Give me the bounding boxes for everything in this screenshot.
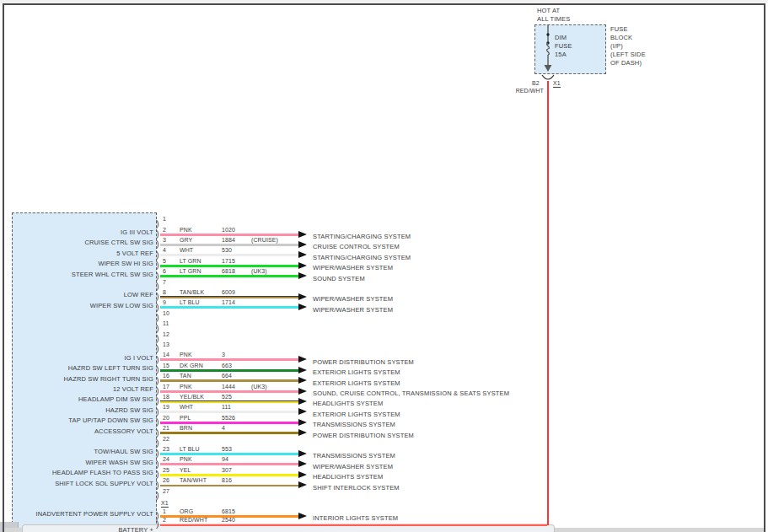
wire-color-name: YEL [180,467,191,474]
system-destination-label: HEADLIGHTS SYSTEM [313,473,383,481]
fuse-block-callout-line4: (LEFT SIDE [610,51,646,58]
wire-circuit-number: 553 [222,446,232,453]
pin-number: 8 [163,289,166,296]
pin-bracket: ) [156,459,159,469]
pin-signal-label: STEER WHL CTRL SW SIG [17,271,153,278]
wire-arrowhead [298,367,307,373]
fuse-block-callout-line3: (I/P) [610,42,623,50]
wire-color-name: TAN/BLK [180,289,204,296]
wire-arrowhead [298,419,307,426]
wire-line [160,296,298,298]
wire-circuit-number: 307 [222,467,232,474]
wire-circuit-number: 6009 [222,289,235,296]
pin-number: 15 [163,363,169,369]
pin-signal-label: SHIFT LOCK SOL SUPPLY VOLT [17,480,153,487]
pin-number: 1 [163,508,166,515]
pin-number: 27 [163,488,169,495]
pin-bracket: ) [156,428,159,438]
pin-bracket: ) [156,491,159,500]
wire-circuit-number: 1884 [222,237,235,244]
wire-circuit-number: 3 [222,352,225,358]
wire-color-name: PNK [180,384,192,390]
wire-option-code: (UK3) [251,384,267,390]
wire-arrowhead [298,398,307,405]
pin-bracket: ) [156,219,159,228]
wire-color-name: TAN/WHT [180,477,207,484]
pin-signal-label: 12 VOLT REF [17,385,153,393]
wire-arrowhead [298,356,307,363]
wire-arrowhead [298,241,307,248]
wire-arrowhead [298,293,307,300]
pin-bracket: ) [156,313,159,322]
hot-at-label-line2: ALL TIMES [537,15,570,23]
pin-number: 18 [163,394,169,400]
frame-left-border [3,3,4,532]
wire-line [160,390,298,393]
wire-arrowhead [298,408,307,415]
pin-signal-label: HAZRD SW SIG [17,406,153,414]
pin-bracket: ) [156,519,159,529]
wire-circuit-number: 530 [222,247,232,254]
wire-line [160,453,298,455]
wire-circuit-number: 94 [222,456,228,463]
wire-arrowhead [298,304,307,310]
pin-signal-label: IG III VOLT [17,228,153,236]
pin-number: 9 [163,299,166,306]
pin-bracket: ) [156,344,159,353]
wire-line [160,432,298,434]
pin-number: 14 [163,352,169,358]
wire-line [160,463,298,465]
pin-bracket: ) [156,355,159,364]
pin-number: 22 [163,436,169,443]
pin-signal-label: IG I VOLT [17,354,153,362]
wire-circuit-number: 525 [222,394,232,400]
pin-bracket: ) [156,229,159,239]
pin-bracket: ) [156,282,159,291]
wire-arrowhead [298,460,307,467]
wire-arrowhead [298,262,307,269]
wire-color-name: LT GRN [180,258,201,265]
pin-signal-label: BATTERY + [17,526,153,532]
wire-line [160,484,298,486]
pin-bracket: ) [156,396,159,406]
wire-circuit-number: 2540 [222,517,235,524]
wire-color-name: LT BLU [180,299,200,306]
wire-arrowhead [298,272,307,279]
pin-number: 13 [163,341,169,348]
system-destination-label: SOUND, CRUISE CONTROL, TRANSMISSION & SE… [313,390,509,397]
wire-circuit-number: 1714 [222,299,235,306]
wire-line [160,265,298,267]
pin-number: 3 [163,237,166,244]
pin-number: 2 [163,517,166,524]
pin-number: 11 [163,320,169,327]
system-destination-label: SHIFT INTERLOCK SYSTEM [313,484,400,492]
pin-number: 20 [163,415,169,422]
system-destination-label: EXTERIOR LIGHTS SYSTEM [313,379,400,387]
wire-option-code: (UK3) [251,268,267,275]
pin-number: 21 [163,425,169,432]
wire-color-name: BRN [180,425,192,432]
wire-arrowhead [298,251,307,258]
wire-line [160,379,298,382]
pin-number: 4 [163,247,166,254]
pin-signal-label: LOW REF [17,291,153,298]
pin-number: 19 [163,404,169,411]
terminal-b2-label: B2 [532,80,540,87]
wire-circuit-number: 6815 [222,508,235,515]
wire-arrowhead [298,377,307,384]
pin-signal-label: ACCESSORY VOLT [17,427,153,435]
pin-bracket: ) [156,407,159,416]
wire-circuit-number: 5526 [222,415,235,422]
wire-circuit-number: 664 [222,373,232,379]
wire-color-name: WHT [180,247,193,254]
wire-arrowhead [298,513,307,519]
wire-line [160,422,298,424]
system-destination-label: WIPER/WASHER SYSTEM [313,306,393,314]
power-bus-wire [547,81,549,525]
frame-top-border [3,3,765,5]
pin-signal-label: TAP UP/TAP DOWN SW SIG [17,416,153,424]
wire-circuit-number: 4 [222,425,225,432]
pin-signal-label: TOW/HAUL SW SIG [17,448,153,455]
system-destination-label: INTERIOR LIGHTS SYSTEM [313,514,398,522]
system-destination-label: HEADLIGHTS SYSTEM [313,400,383,407]
